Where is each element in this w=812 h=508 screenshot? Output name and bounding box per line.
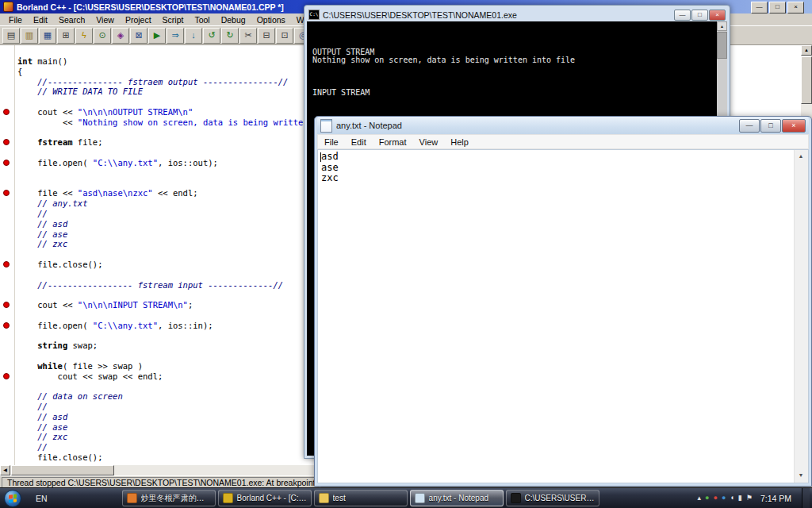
trace-into-button[interactable]: ↓ [185,28,202,44]
code-text: file << "asd\nase\nzxc" << endl; [17,188,198,198]
paste-button[interactable]: ⊡ [276,28,293,44]
horizontal-scroll-thumb[interactable] [11,465,114,475]
copy-icon: ⊟ [262,31,270,40]
run-to-cursor-button[interactable]: ▶ [148,28,166,44]
menu-item-tool[interactable]: Tool [189,15,215,25]
code-text: // asd [17,412,67,421]
borland-minimize-button[interactable]: — [751,2,768,13]
breakpoint-dot[interactable] [3,261,10,267]
vertical-scroll-thumb[interactable] [801,56,812,104]
borland-maximize-button[interactable]: □ [769,2,786,13]
borland-app-icon [3,2,13,12]
hidden-icons-chevron[interactable]: ▴ [698,495,702,502]
code-text: file.open( "C:\\any.txt", ios::in); [17,321,213,330]
breakpoint-dot[interactable] [3,190,10,196]
undo-button[interactable]: ↺ [203,28,220,44]
code-text: // zxc [17,239,67,248]
cut-button[interactable]: ✂ [239,28,257,44]
menu-item-file[interactable]: File [318,137,345,147]
notepad-scrollbar[interactable]: ▲ ▼ [794,150,808,483]
taskbar-clock[interactable]: 7:14 PM [760,494,791,503]
console-scroll-up-icon[interactable]: ▲ [717,21,727,31]
inspect-button[interactable]: ⊙ [94,28,111,44]
new-file-button[interactable]: ▤ [2,28,20,44]
network-icon[interactable]: ▮ [738,495,742,502]
print-icon: ⊞ [62,31,69,40]
windows-logo-quadrant [9,498,13,502]
breakpoint-dot[interactable] [3,373,10,379]
taskbar-button-console[interactable]: C:\USERS\USER\DES... [506,490,599,506]
new-file-icon: ▤ [7,31,15,40]
show-desktop-button[interactable] [802,488,810,508]
scroll-left-arrow-icon[interactable]: ◀ [0,465,10,475]
watch-button[interactable]: ⊠ [130,28,147,44]
menu-item-format[interactable]: Format [373,137,413,147]
redo-button[interactable]: ↻ [221,28,239,44]
menu-item-view[interactable]: View [413,137,445,147]
console-close-button[interactable]: × [709,10,726,21]
notepad-app-icon [320,119,332,133]
breakpoint-dot[interactable] [3,302,10,308]
taskbar-button-borland[interactable]: Borland C++ - [C:\U... [218,490,312,506]
copy-button[interactable]: ⊟ [258,28,275,44]
start-button[interactable] [4,490,21,507]
tray-icon-blue[interactable]: ● [722,495,726,502]
console-text: OUTPUT STREAMNothing show on screen, dat… [312,24,714,98]
save-file-button[interactable]: ▦ [39,28,56,44]
borland-title: Borland C++ - [C:\USERS\USER\DESKTOP\TES… [17,2,284,12]
notepad-scroll-down-icon[interactable]: ▼ [795,469,807,483]
code-text: cout << "\n\n\nINPUT STREAM\n"; [17,300,193,310]
console-maximize-button[interactable]: □ [691,10,708,21]
run-icon: ϟ [82,31,86,40]
language-indicator[interactable]: EN [31,492,52,505]
redo-icon: ↻ [226,31,233,40]
menu-item-edit[interactable]: Edit [345,137,373,147]
action-center-flag-icon[interactable]: ⚑ [746,495,753,502]
menu-item-project[interactable]: Project [120,15,157,25]
menu-item-options[interactable]: Options [251,15,291,25]
borland-window-controls: —□× [751,2,804,13]
menu-item-help[interactable]: Help [444,137,475,147]
breakpoint-dot[interactable] [3,139,10,145]
console-minimize-button[interactable]: — [674,10,691,21]
tray-icon-green[interactable]: ● [705,495,709,502]
notepad-text-area[interactable]: asdasezxc ▲ ▼ [317,149,809,483]
menu-item-debug[interactable]: Debug [216,15,251,25]
notepad-close-button[interactable]: × [782,119,806,133]
code-text: // ase [17,422,67,432]
code-text: // [17,402,48,411]
open-file-button[interactable]: ▥ [21,28,38,44]
menu-item-file[interactable]: File [3,15,28,25]
notepad-scroll-up-icon[interactable]: ▲ [795,150,807,164]
taskbar-button-chat[interactable]: 炒里冬根严肃的说... [122,490,216,506]
taskbar-button-test-folder[interactable]: test [314,490,408,506]
menu-item-search[interactable]: Search [53,15,90,25]
breakpoint-dot[interactable] [3,109,10,115]
volume-icon[interactable]: ◖ [730,495,733,502]
breakpoint-dot[interactable] [3,160,10,166]
notepad-minimize-button[interactable]: — [739,119,760,133]
notepad-maximize-button[interactable]: □ [760,119,781,133]
tray-icon-red[interactable]: ● [714,495,718,502]
print-button[interactable]: ⊞ [57,28,75,44]
console-titlebar[interactable]: C:\ C:\USERS\USER\DESKTOP\TEST\NONAME01.… [307,8,727,21]
notepad-window[interactable]: any.txt - Notepad —□× FileEditFormatView… [314,116,812,487]
borland-close-button[interactable]: × [787,2,804,13]
menu-item-script[interactable]: Script [157,15,190,25]
menu-item-edit[interactable]: Edit [28,15,53,25]
cut-icon: ✂ [244,31,251,40]
breakpoint-dot[interactable] [3,322,10,329]
step-over-button[interactable]: ⇒ [167,28,184,44]
notepad-titlebar[interactable]: any.txt - Notepad —□× [317,117,809,134]
code-text: int main() [17,56,67,66]
run-to-cursor-icon: ▶ [154,31,160,40]
console-scroll-thumb[interactable] [717,32,727,59]
menu-item-view[interactable]: View [90,15,120,25]
open-file-icon: ▥ [25,31,33,40]
evaluate-button[interactable]: ◈ [112,28,129,44]
scroll-up-arrow-icon[interactable]: ▲ [801,45,812,56]
notepad-line: zxc [321,173,339,184]
taskbar-button-notepad[interactable]: any.txt - Notepad [410,490,504,506]
run-button[interactable]: ϟ [75,28,93,44]
console-icon [511,493,521,503]
